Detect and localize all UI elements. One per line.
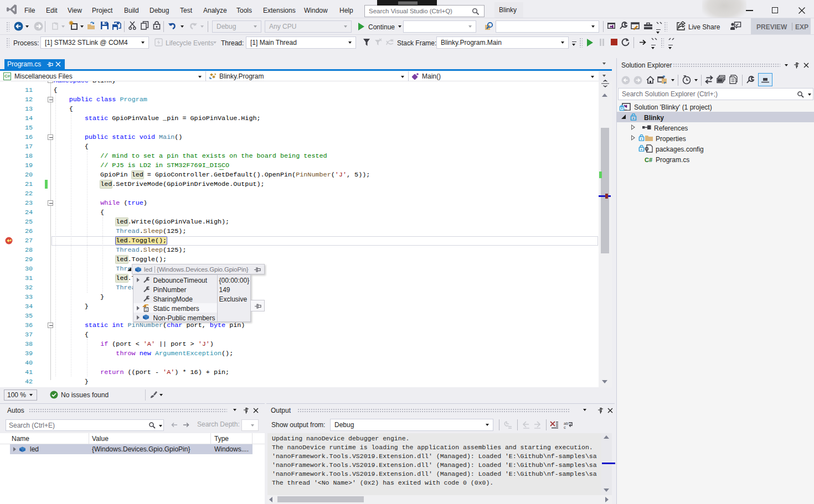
- svg-text:c: c: [564, 425, 566, 429]
- svg-text:1: 1: [145, 308, 147, 311]
